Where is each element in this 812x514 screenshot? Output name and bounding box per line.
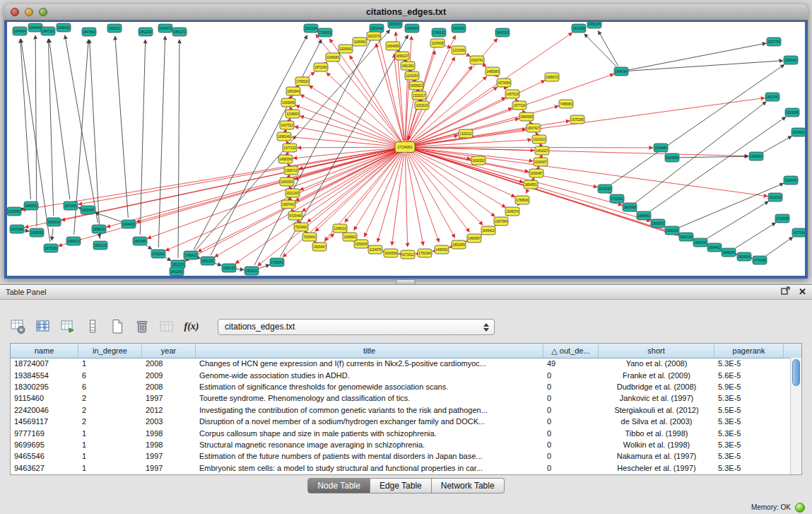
table-row[interactable]: 946554611997Estimation of the future num… — [11, 450, 791, 462]
graph-node[interactable]: 1906133 — [222, 264, 236, 272]
graph-node[interactable]: 1493457 — [467, 234, 481, 243]
graph-node[interactable]: 1218563 — [286, 110, 300, 118]
table-cell[interactable]: 1 — [78, 464, 142, 472]
table-cell[interactable]: Hescheler et al. (1997) — [599, 464, 714, 472]
graph-node[interactable]: 1125438 — [430, 39, 445, 47]
graph-node[interactable]: 1985592 — [24, 201, 38, 210]
graph-node[interactable]: 1905530 — [30, 228, 44, 237]
graph-edge[interactable] — [408, 152, 469, 232]
graph-node[interactable]: 9725440 — [288, 211, 302, 220]
table-cell[interactable]: 0 — [543, 382, 599, 391]
graph-edge[interactable] — [411, 98, 765, 146]
table-cell[interactable]: 9465546 — [11, 452, 78, 460]
graph-node[interactable]: 1842260 — [170, 267, 184, 276]
table-cell[interactable]: Tourette syndrome. Phenomenology and cla… — [196, 394, 543, 402]
graph-node[interactable]: 1803368 — [623, 203, 637, 211]
graph-edge[interactable] — [291, 209, 292, 210]
graph-node[interactable]: 1495362 — [435, 245, 449, 254]
graph-node[interactable]: 1677004 — [792, 228, 805, 237]
graph-node[interactable]: 1694920 — [405, 24, 419, 33]
table-cell[interactable]: 5.3E-5 — [714, 417, 784, 426]
graph-edge[interactable] — [136, 148, 399, 222]
graph-node[interactable]: 1935161 — [665, 226, 679, 235]
graph-node[interactable]: 1953212 — [245, 267, 259, 275]
graph-edge[interactable] — [324, 233, 334, 243]
table-cell[interactable]: Disruption of a novel member of a sodium… — [196, 417, 543, 426]
table-cell[interactable]: 5.5E-5 — [714, 406, 784, 414]
table-row[interactable]: 1938455462009Genome-wide association stu… — [11, 369, 791, 380]
graph-node[interactable]: 1099140 — [277, 132, 291, 141]
graph-node[interactable]: 1813104 — [304, 24, 318, 33]
graph-node[interactable]: 1888155 — [722, 248, 736, 257]
graph-node[interactable]: 1933165 — [81, 206, 95, 214]
graph-edge[interactable] — [61, 148, 399, 221]
graph-edge[interactable] — [298, 147, 399, 148]
graph-node[interactable]: 1980334 — [693, 238, 707, 247]
graph-edge[interactable] — [635, 102, 766, 204]
graph-edge[interactable] — [678, 183, 784, 228]
graph-node[interactable]: 1955821 — [409, 81, 423, 90]
graph-node[interactable]: 1854951 — [524, 180, 538, 189]
table-cell[interactable]: 0 — [543, 429, 599, 438]
graph-node[interactable]: 1950514 — [47, 218, 61, 226]
graph-node[interactable]: 1815370 — [367, 32, 381, 40]
table-cell[interactable]: 1 — [78, 452, 142, 460]
graph-node[interactable]: 1938420 — [57, 23, 71, 32]
graph-edge[interactable] — [288, 163, 288, 165]
table-cell[interactable]: 9115460 — [11, 394, 78, 402]
graph-node[interactable]: 1924186 — [785, 108, 799, 117]
graph-edge[interactable] — [411, 147, 653, 148]
graph-node[interactable]: 1851844 — [286, 87, 300, 95]
graph-node[interactable]: 1851845 — [452, 240, 466, 249]
graph-node[interactable]: 1864938 — [519, 112, 534, 121]
table-cell[interactable]: 9463627 — [11, 464, 78, 472]
graph-edge[interactable] — [610, 64, 784, 185]
column-header-year[interactable]: year — [142, 344, 196, 358]
table-cell[interactable]: 0 — [543, 464, 599, 472]
table-cell[interactable]: 6 — [78, 382, 142, 391]
table-row[interactable]: 1456911722003Disruption of a novel membe… — [11, 416, 791, 427]
graph-node[interactable]: 1677118 — [512, 101, 526, 110]
table-cell[interactable]: Changes of HCN gene expression and I(f) … — [196, 359, 543, 368]
tab-edge-table[interactable]: Edge Table — [370, 478, 432, 493]
table-cell[interactable]: 5.3E-5 — [714, 440, 784, 449]
table-cell[interactable]: 1 — [78, 429, 142, 438]
graph-node[interactable]: 1930112 — [107, 24, 122, 33]
graph-edge[interactable] — [65, 35, 98, 223]
graph-node[interactable]: 1760412 — [184, 251, 198, 259]
graph-edge[interactable] — [678, 156, 748, 158]
graph-node[interactable]: 1852440 — [370, 24, 384, 33]
table-cell[interactable]: Estimation of the future numbers of pati… — [196, 452, 543, 460]
graph-node[interactable]: 1872260 — [314, 63, 328, 71]
table-row[interactable]: 1872400712008Changes of HCN gene express… — [11, 358, 791, 369]
table-cell[interactable]: Wolkin et al. (1998) — [599, 440, 714, 449]
table-row[interactable]: 911546021997Tourette syndrome. Phenomeno… — [11, 392, 791, 404]
column-header-in-degree[interactable]: in_degree — [78, 344, 142, 358]
graph-node[interactable]: 2246083 — [326, 53, 340, 62]
graph-node[interactable]: 1154469 — [654, 144, 668, 152]
graph-edge[interactable] — [522, 110, 523, 111]
graph-edge[interactable] — [309, 86, 399, 144]
graph-node[interactable]: 1696137 — [395, 52, 409, 60]
graph-edge[interactable] — [649, 117, 786, 212]
graph-edge[interactable] — [20, 39, 31, 199]
graph-node[interactable]: 1320211 — [459, 129, 473, 138]
delete-icon[interactable] — [132, 317, 152, 337]
tab-network-table[interactable]: Network Table — [432, 478, 505, 493]
graph-edge[interactable] — [283, 151, 400, 257]
table-cell[interactable]: 2008 — [142, 359, 196, 368]
table-cell[interactable]: 1998 — [142, 440, 196, 449]
graph-node[interactable]: 1961041 — [452, 24, 466, 33]
graph-node[interactable]: 1510741 — [470, 56, 484, 64]
table-cell[interactable]: 0 — [543, 452, 599, 460]
table-cell[interactable]: Corpus callosum shape and size in male p… — [196, 429, 543, 438]
column-header-pagerank[interactable]: pagerank — [714, 344, 784, 358]
graph-node[interactable]: 1924661 — [792, 128, 805, 136]
graph-edge[interactable] — [178, 40, 180, 258]
graph-node[interactable]: 1183363 — [280, 177, 294, 186]
table-cell[interactable]: 19384554 — [11, 371, 78, 380]
column-header-short[interactable]: short — [599, 344, 714, 358]
graph-edge[interactable] — [140, 40, 145, 235]
graph-node[interactable]: 1306713 — [284, 166, 298, 175]
graph-node[interactable]: 1990513 — [66, 237, 81, 245]
